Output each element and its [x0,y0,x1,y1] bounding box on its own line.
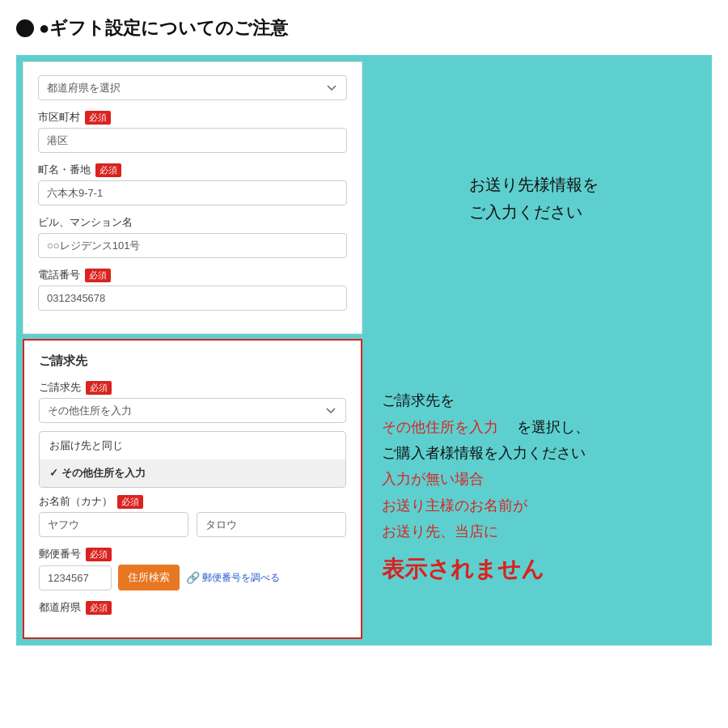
bullet-icon [16,19,34,37]
name-row [39,512,346,537]
name-sei-input[interactable] [39,512,188,537]
prefecture-group: 都道府県を選択 東京都 神奈川県 大阪府 [38,75,347,100]
name-required-badge: 必須 [117,495,143,509]
billing-select-label: ご請求先 必須 [39,380,346,395]
billing-select[interactable]: お届け先と同じ その他住所を入力 [39,398,346,423]
postal-input[interactable] [39,565,112,590]
city-group: 市区町村 必須 [38,110,347,153]
postal-required-badge: 必須 [86,548,112,561]
postal-lookup-link[interactable]: 🔗 郵便番号を調べる [186,571,280,585]
bottom-right-text: ご請求先を その他住所を入力 を選択し、 ご購入者様情報を入力ください 入力が無… [382,387,686,590]
copy-icon: 🔗 [186,571,200,584]
name-mei-input[interactable] [197,512,346,537]
prefecture-select[interactable]: 都道府県を選択 東京都 神奈川県 大阪府 [38,75,347,100]
name-kana-group: お名前（カナ） 必須 [39,494,346,537]
postal-row: 住所検索 🔗 郵便番号を調べる [39,565,346,590]
billing-form-panel: ご請求先 ご請求先 必須 お届け先と同じ その他住所を入力 お届け先と同じ その… [23,339,362,639]
city-label: 市区町村 必須 [38,110,347,125]
top-right-text: お送り先様情報を ご入力ください [469,171,599,226]
billing-dropdown-overlay: お届け先と同じ その他住所を入力 [39,431,346,488]
billing-section-title: ご請求先 [39,353,346,369]
highlight-other-address: その他住所を入力 [382,419,498,435]
postal-label: 郵便番号 必須 [39,547,346,561]
building-group: ビル、マンション名 [38,215,347,258]
town-required-badge: 必須 [95,163,121,177]
phone-group: 電話番号 必須 [38,268,347,311]
city-required-badge: 必須 [85,111,111,125]
phone-required-badge: 必須 [85,269,111,282]
building-input[interactable] [38,233,347,258]
address-form-panel: 都道府県を選択 東京都 神奈川県 大阪府 市区町村 必須 町名・番地 必須 [23,61,362,334]
billing-required-badge: 必須 [86,381,112,395]
address-search-button[interactable]: 住所検索 [118,565,180,590]
billing-select-group: ご請求先 必須 お届け先と同じ その他住所を入力 [39,380,346,423]
page-title: ●ギフト設定についてのご注意 [16,16,712,40]
city-input[interactable] [38,128,347,153]
bottom-right-panel: ご請求先を その他住所を入力 を選択し、 ご購入者様情報を入力ください 入力が無… [362,339,705,639]
town-label: 町名・番地 必須 [38,163,347,177]
name-kana-label: お名前（カナ） 必須 [39,494,346,509]
town-group: 町名・番地 必須 [38,163,347,205]
pref-bottom-group: 都道府県 必須 [39,600,346,615]
town-input[interactable] [38,180,347,205]
bottom-section: ご請求先 ご請求先 必須 お届け先と同じ その他住所を入力 お届け先と同じ その… [23,339,705,639]
top-section: 都道府県を選択 東京都 神奈川県 大阪府 市区町村 必須 町名・番地 必須 [23,61,705,334]
large-warning-text: 表示されません [382,549,686,590]
dropdown-option-other[interactable]: その他住所を入力 [40,459,345,487]
phone-input[interactable] [38,286,347,311]
phone-label: 電話番号 必須 [38,268,347,282]
pref-bottom-required-badge: 必須 [86,601,112,615]
top-right-panel: お送り先様情報を ご入力ください [362,61,705,334]
dropdown-option-same[interactable]: お届け先と同じ [40,432,345,459]
title-text: ●ギフト設定についてのご注意 [39,16,288,40]
building-label: ビル、マンション名 [38,215,347,230]
pref-bottom-label: 都道府県 必須 [39,600,346,615]
postal-group: 郵便番号 必須 住所検索 🔗 郵便番号を調べる [39,547,346,590]
main-wrapper: 都道府県を選択 東京都 神奈川県 大阪府 市区町村 必須 町名・番地 必須 [16,55,712,645]
